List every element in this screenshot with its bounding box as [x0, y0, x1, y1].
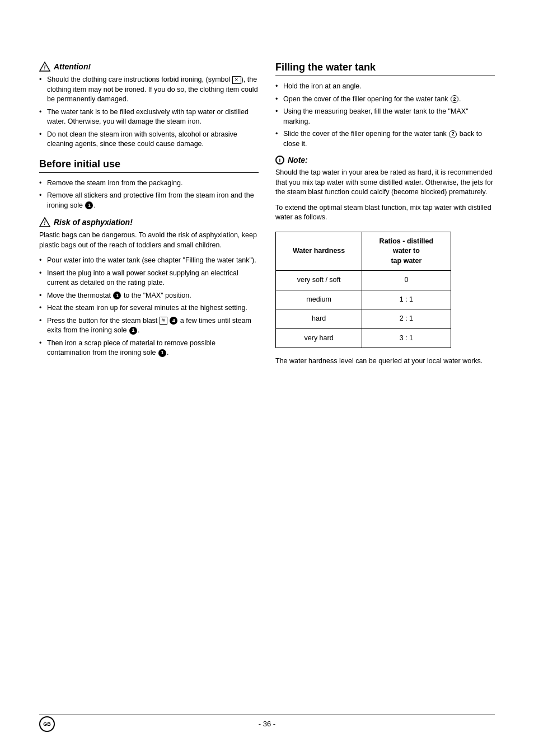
note-label: Note:	[288, 156, 308, 165]
left-column: ! Attention! Should the clothing care in…	[39, 62, 259, 375]
attention-bullet-2: The water tank is to be filled exclusive…	[39, 107, 259, 127]
attention-section: ! Attention! Should the clothing care in…	[39, 62, 259, 149]
filling-bullet-2: Open the cover of the filler opening for…	[275, 95, 495, 105]
filling-bullet-4: Slide the cover of the filler opening fo…	[275, 129, 495, 149]
table-row-3: hard 2 : 1	[276, 309, 451, 329]
ratio-3: 2 : 1	[362, 309, 451, 329]
language-label: GB	[43, 721, 51, 727]
filling-water-tank-title: Filling the water tank	[275, 62, 495, 76]
note-text-1: Should the tap water in your area be rat…	[275, 168, 495, 198]
hardness-2: medium	[276, 290, 362, 309]
attention-bullet-list: Should the clothing care instructions fo…	[39, 75, 259, 149]
attention-label: Attention!	[54, 62, 91, 71]
before-bullet-7: Press the button for the steam blast ≋ 4…	[39, 316, 259, 336]
water-tank-num-2b: 2	[449, 130, 457, 138]
before-bullet-6: Heat the steam iron up for several minut…	[39, 303, 259, 313]
before-bullets-2: Pour water into the water tank (see chap…	[39, 256, 259, 358]
filling-water-tank-section: Filling the water tank Hold the iron at …	[275, 62, 495, 367]
note-header: i Note:	[275, 156, 495, 165]
svg-text:!: !	[44, 220, 46, 226]
before-bullet-1: Remove the steam iron from the packaging…	[39, 179, 259, 189]
ratio-4: 3 : 1	[362, 328, 451, 348]
before-initial-use-section: Before initial use Remove the steam iron…	[39, 158, 259, 358]
steam-num-4: 4	[170, 317, 177, 325]
ratio-1: 0	[362, 271, 451, 290]
no-iron-icon: ✕	[232, 76, 241, 84]
note-text-2: To extend the optimal steam blast functi…	[275, 203, 495, 223]
sole-num-1: 1	[85, 201, 93, 209]
thermostat-num: 1	[113, 292, 121, 299]
svg-text:!: !	[44, 64, 46, 71]
language-badge: GB	[39, 716, 55, 732]
filling-bullet-1: Hold the iron at an angle.	[275, 82, 495, 92]
attention-triangle-icon: !	[39, 62, 50, 72]
triangle-svg: !	[39, 62, 50, 72]
hardness-1: very soft / soft	[276, 271, 362, 290]
sole-num-2: 1	[129, 327, 137, 335]
before-bullets-1: Remove the steam iron from the packaging…	[39, 179, 259, 211]
attention-bullet-3: Do not clean the steam iron with solvent…	[39, 130, 259, 149]
footer-text: The water hardness level can be queried …	[275, 356, 495, 367]
steam-blast-icon: ≋	[160, 317, 167, 325]
table-col1-header: Water hardness	[276, 232, 362, 271]
table-row-1: very soft / soft 0	[276, 271, 451, 290]
risk-triangle-svg: !	[39, 217, 50, 227]
filling-bullets: Hold the iron at an angle. Open the cove…	[275, 82, 495, 149]
attention-header: ! Attention!	[39, 62, 259, 72]
info-circle-icon: i	[275, 156, 284, 165]
risk-label: Risk of asphyxiation!	[54, 218, 133, 227]
page-number: - 36 -	[259, 720, 275, 728]
before-bullet-8: Then iron a scrap piece of material to r…	[39, 339, 259, 358]
table-header-row: Water hardness Ratios - distilledwater t…	[276, 232, 451, 271]
table-row-2: medium 1 : 1	[276, 290, 451, 309]
before-initial-use-title: Before initial use	[39, 158, 259, 173]
attention-bullet-1: Should the clothing care instructions fo…	[39, 75, 259, 105]
before-bullet-4: Insert the plug into a wall power socket…	[39, 269, 259, 288]
page: ! Attention! Should the clothing care in…	[0, 0, 534, 756]
sole-num-3: 1	[158, 349, 166, 357]
table-row-4: very hard 3 : 1	[276, 328, 451, 348]
page-footer: GB - 36 -	[39, 715, 495, 728]
right-column: Filling the water tank Hold the iron at …	[275, 62, 495, 375]
table-col2-header: Ratios - distilledwater totap water	[362, 232, 451, 271]
risk-header: ! Risk of asphyxiation!	[39, 217, 259, 227]
filling-bullet-3: Using the measuring beaker, fill the wat…	[275, 107, 495, 126]
content: ! Attention! Should the clothing care in…	[39, 62, 495, 375]
before-bullet-5: Move the thermostat 1 to the "MAX" posit…	[39, 291, 259, 301]
note-section: i Note: Should the tap water in your are…	[275, 156, 495, 223]
before-bullet-3: Pour water into the water tank (see chap…	[39, 256, 259, 266]
table-body: very soft / soft 0 medium 1 : 1 hard 2 :…	[276, 271, 451, 348]
before-bullet-2: Remove all stickers and protective film …	[39, 191, 259, 210]
hardness-3: hard	[276, 309, 362, 329]
risk-triangle-icon: !	[39, 217, 50, 227]
ratio-2: 1 : 1	[362, 290, 451, 309]
water-tank-num-2a: 2	[451, 95, 458, 103]
risk-text: Plastic bags can be dangerous. To avoid …	[39, 231, 259, 250]
water-hardness-table-container: Water hardness Ratios - distilledwater t…	[275, 232, 495, 349]
water-hardness-table: Water hardness Ratios - distilledwater t…	[275, 232, 451, 349]
hardness-4: very hard	[276, 328, 362, 348]
